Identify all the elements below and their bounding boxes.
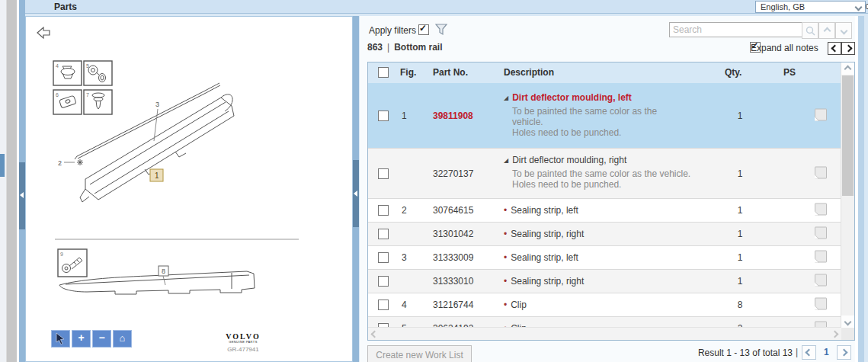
home-view-button[interactable]: ⌂ [113,330,132,348]
note-page-icon[interactable] [815,251,827,263]
description-cell: •Sealing strip, right [504,229,835,239]
row-checkbox[interactable] [378,276,389,287]
note-page-icon[interactable] [815,227,827,239]
svg-text:4: 4 [56,63,59,69]
create-work-list-button[interactable]: Create new Work List [367,345,472,362]
callout-2[interactable]: 2 [58,159,62,167]
language-value: English, GB [761,2,805,11]
vertical-scrollbar[interactable] [841,62,854,328]
table-row[interactable]: 32270137◢Dirt deflector moulding, rightT… [368,149,841,199]
ps-cell[interactable] [815,251,827,265]
qty-cell: 1 [725,276,755,287]
note-page-icon[interactable] [815,274,827,287]
qty-cell: 1 [725,168,755,179]
scroll-down-button[interactable] [841,316,854,328]
current-page-number[interactable]: 1 [824,347,829,357]
description-cell: •Sealing strip, left [504,252,835,263]
row-checkbox[interactable] [378,205,389,216]
part-no-cell[interactable]: 30764615 [433,205,473,216]
table-row[interactable]: 139811908◢Dirt deflector moulding, leftT… [368,83,841,149]
note-page-icon[interactable] [815,298,827,310]
parts-diagram[interactable]: 4 5 6 7 [26,17,352,361]
description-cell: ◢Dirt deflector moulding, rightTo be pai… [504,155,835,190]
previous-group-button[interactable] [828,42,841,55]
note-page-icon[interactable] [815,166,827,178]
ps-cell[interactable] [815,203,827,218]
collapse-panel-icon [354,191,357,197]
chevron-left-icon [831,45,838,53]
chevron-down-icon [855,4,863,11]
row-checkbox[interactable] [378,229,389,239]
next-group-button[interactable] [841,42,855,55]
table-row[interactable]: 230764615•Sealing strip, left1 [368,199,841,223]
search-input[interactable] [669,22,805,37]
table-row[interactable]: 331333009•Sealing strip, left1 [368,246,841,270]
col-header-desc: Description [504,67,554,78]
side-scroll-thumb[interactable] [0,154,5,177]
horizontal-scrollbar[interactable] [368,327,841,340]
top-bar: Parts English, GB [25,0,868,14]
left-splitter[interactable] [19,0,25,362]
table-row[interactable]: 31333010•Sealing strip, right1 [368,270,841,293]
scrollbar-thumb[interactable] [842,75,854,196]
ps-cell[interactable] [815,274,827,289]
search-button[interactable] [802,22,818,39]
chevron-down-icon [840,27,847,34]
illustration-panel: 4 5 6 7 [25,16,353,362]
part-no-cell[interactable]: 31333010 [433,276,473,287]
row-checkbox[interactable] [378,300,389,310]
page-next-button[interactable] [837,345,851,360]
apply-filters-label: Apply filters [369,25,416,36]
ps-cell[interactable] [815,227,827,242]
part-no-cell[interactable]: 31301042 [433,229,473,239]
apply-filters-checkbox[interactable] [418,24,429,35]
zoom-out-button[interactable]: − [92,330,111,348]
print-button[interactable] [864,1,868,12]
bullet-icon: • [504,252,507,263]
fig-cell: 3 [402,252,407,263]
diagram-toolbar: + − ⌂ [51,330,132,347]
callout-8[interactable]: 8 [159,266,168,276]
find-previous-button[interactable] [818,22,835,39]
select-all-checkbox[interactable] [378,67,389,78]
part-description: Sealing strip, right [511,276,584,287]
part-no-cell[interactable]: 31333009 [433,252,473,263]
description-cell: •Sealing strip, left [504,205,835,216]
table-row[interactable]: 530624192•Clip2 [368,317,841,328]
page-previous-button[interactable] [802,345,816,360]
scroll-up-button[interactable] [841,62,854,75]
table-row[interactable]: 431216744•Clip8 [368,293,841,317]
part-no-cell[interactable]: 32270137 [433,168,473,179]
language-select[interactable]: English, GB [755,1,866,13]
part-no-cell[interactable]: 39811908 [433,111,473,121]
callout-1-highlighted[interactable]: 1 [150,169,163,181]
scroll-left-icon[interactable] [371,331,379,338]
callout-3[interactable]: 3 [155,101,159,108]
row-checkbox[interactable] [378,168,389,179]
table-row[interactable]: 31301042•Sealing strip, right1 [368,223,841,246]
bullet-icon: • [504,276,507,287]
bullet-icon: • [504,300,507,310]
zoom-in-button[interactable]: + [72,330,91,348]
row-checkbox[interactable] [378,111,389,121]
scroll-right-icon[interactable] [831,331,839,338]
svg-text:8: 8 [162,267,165,275]
ps-cell[interactable] [815,108,827,123]
part-no-cell[interactable]: 31216744 [433,300,473,310]
description-cell: ◢Dirt deflector moulding, leftTo be pain… [504,92,835,138]
filter-button[interactable] [435,23,448,40]
panel-splitter-handle[interactable] [353,160,359,227]
find-next-button[interactable] [835,22,852,39]
pagination-separator: | [796,347,798,357]
note-page-icon[interactable] [815,108,827,120]
panel-splitter[interactable] [353,16,359,362]
back-arrow-icon[interactable] [37,27,50,38]
note-page-icon[interactable] [815,203,827,216]
row-checkbox[interactable] [378,252,389,263]
description-cell: •Clip [504,300,835,310]
pointer-tool-button[interactable] [51,330,70,348]
left-splitter-handle[interactable] [19,162,25,229]
table-header: Fig. Part No. Description Qty. PS [368,62,841,84]
ps-cell[interactable] [815,166,827,181]
ps-cell[interactable] [815,298,827,312]
